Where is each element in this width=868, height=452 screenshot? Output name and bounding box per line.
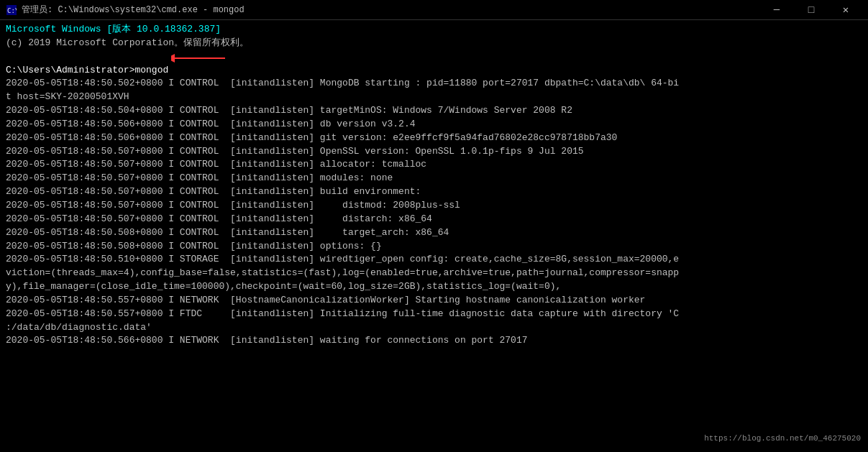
- log-line-12: 2020-05-05T18:48:50.507+0800 I CONTROL […: [6, 172, 862, 185]
- window-controls: ─ □ ✕: [760, 0, 862, 20]
- log-line-23: :/data/db/diagnostic.data': [6, 321, 862, 335]
- log-line-10: 2020-05-05T18:48:50.507+0800 I CONTROL […: [6, 145, 862, 159]
- line-3: [6, 50, 862, 64]
- log-line-16: 2020-05-05T18:48:50.508+0800 I CONTROL […: [6, 226, 862, 240]
- log-line-17: 2020-05-05T18:48:50.508+0800 I CONTROL […: [6, 240, 862, 254]
- log-line-7: 2020-05-05T18:48:50.504+0800 I CONTROL […: [6, 104, 862, 118]
- window-title: 管理员: C:\Windows\system32\cmd.exe - mongo…: [22, 4, 760, 16]
- log-line-8: 2020-05-05T18:48:50.506+0800 I CONTROL […: [6, 118, 862, 132]
- log-line-15: 2020-05-05T18:48:50.507+0800 I CONTROL […: [6, 213, 862, 226]
- minimize-button[interactable]: ─: [760, 0, 793, 20]
- log-line-19: viction=(threads_max=4),config_base=fals…: [6, 267, 862, 280]
- arrow-annotation: [171, 51, 229, 65]
- prompt-line: C:\Users\Administrator>mongod: [6, 64, 862, 78]
- log-line-20: y),file_manager=(close_idle_time=100000)…: [6, 280, 862, 294]
- log-line-14: 2020-05-05T18:48:50.507+0800 I CONTROL […: [6, 199, 862, 213]
- line-2: (c) 2019 Microsoft Corporation。保留所有权利。: [6, 37, 862, 50]
- log-line-24: 2020-05-05T18:48:50.566+0800 I NETWORK […: [6, 334, 862, 348]
- cmd-icon: C:\: [6, 4, 17, 16]
- red-arrow-svg: [171, 51, 229, 65]
- log-line-9: 2020-05-05T18:48:50.506+0800 I CONTROL […: [6, 132, 862, 145]
- close-button[interactable]: ✕: [829, 0, 862, 20]
- svg-text:C:\: C:\: [7, 7, 17, 14]
- maximize-button[interactable]: □: [795, 0, 828, 20]
- log-line-22: 2020-05-05T18:48:50.557+0800 I FTDC [ini…: [6, 308, 862, 321]
- line-1: Microsoft Windows [版本 10.0.18362.387]: [6, 23, 862, 37]
- log-line-6: t host=SKY-20200501XVH: [6, 91, 862, 104]
- log-line-21: 2020-05-05T18:48:50.557+0800 I NETWORK […: [6, 294, 862, 308]
- log-line-5: 2020-05-05T18:48:50.502+0800 I CONTROL […: [6, 77, 862, 91]
- log-line-13: 2020-05-05T18:48:50.507+0800 I CONTROL […: [6, 185, 862, 199]
- prompt-area: C:\Users\Administrator>mongod: [6, 64, 862, 78]
- log-line-18: 2020-05-05T18:48:50.510+0800 I STORAGE […: [6, 253, 862, 267]
- terminal-output: Microsoft Windows [版本 10.0.18362.387] (c…: [0, 20, 868, 452]
- titlebar: C:\ 管理员: C:\Windows\system32\cmd.exe - m…: [0, 0, 868, 20]
- log-line-11: 2020-05-05T18:48:50.507+0800 I CONTROL […: [6, 158, 862, 172]
- csdn-link: https://blog.csdn.net/m0_46275020: [704, 433, 861, 445]
